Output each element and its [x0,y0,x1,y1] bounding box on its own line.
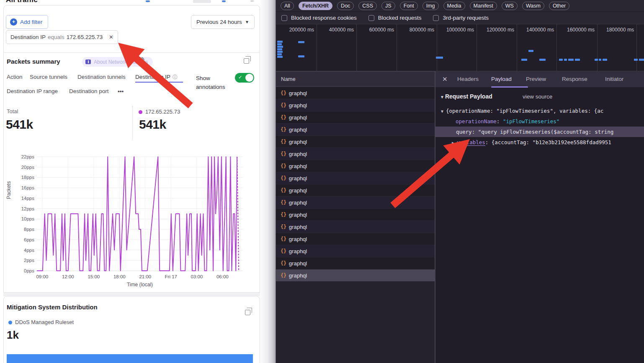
filter-pill-other[interactable]: Other [549,2,569,10]
y-tick-label: 4pps [24,248,34,253]
request-name: graphql [289,272,307,279]
filter-pill-img[interactable]: Img [422,2,439,10]
request-row[interactable]: {}graphql [276,99,435,111]
timeline-tick-label: 1600000 ms [555,27,595,33]
payload-line[interactable]: query: "query ipFlowTimeseries($accountT… [435,127,644,137]
checkbox-blocked-requests[interactable]: Blocked requests [368,15,422,21]
request-row[interactable]: {}graphql [276,245,435,257]
filter-pill-css[interactable]: CSS [358,2,377,10]
braces-icon: {} [281,114,286,120]
payload-line[interactable]: ▶ variables: {accountTag: "b12e3b2192ee5… [435,137,644,148]
detail-tab-preview[interactable]: Preview [526,76,546,82]
waterfall-mark [603,59,607,61]
window-gap [260,0,276,363]
disclosure-triangle-icon[interactable]: ▶ [452,140,457,145]
timeline-tick-label: 800000 ms [395,27,434,33]
request-row[interactable]: {}graphql [276,87,435,99]
request-name: graphql [289,175,307,182]
request-row[interactable]: {}graphql [276,221,435,233]
filter-pill-manifest[interactable]: Manifest [470,2,497,10]
filter-pill-all[interactable]: All [281,2,294,10]
disclosure-triangle-icon[interactable]: ▼ [441,109,446,114]
requests-table: Name {}graphql{}graphql{}graphql{}graphq… [276,71,435,363]
request-row[interactable]: {}graphql [276,136,435,148]
request-name: graphql [289,139,307,145]
annotations-toggle[interactable]: ✓ [235,73,254,83]
request-row[interactable]: {}graphql [276,160,435,172]
payload-line[interactable]: ▼ {operationName: "ipFlowTimeseries", va… [435,106,644,116]
clipped-fragment [193,0,211,3]
filter-pill-font[interactable]: Font [400,2,418,10]
detail-tab-response[interactable]: Response [562,76,587,82]
stat-total-value: 541k [6,117,33,132]
request-row[interactable]: {}graphql [276,111,435,124]
x-tick-label: 03:00 [191,274,203,279]
checkbox-blocked-response-cookies[interactable]: Blocked response cookies [281,15,357,21]
request-name: graphql [289,224,307,230]
request-row[interactable]: {}graphql [276,172,435,184]
series-legend-dot [139,110,142,114]
braces-icon: {} [281,127,286,132]
show-annotations-label: Show annotations [196,74,234,91]
mitigation-bar [7,354,253,363]
request-row[interactable]: {}graphql [276,209,435,221]
view-source-link[interactable]: view source [523,93,552,100]
y-tick-label: 6pps [24,237,34,242]
mitigation-value: 1k [7,329,19,342]
name-column-header[interactable]: Name [276,71,435,87]
request-row[interactable]: {}graphql [276,184,435,197]
request-payload-title[interactable]: ▼Request Payload [440,93,492,100]
filter-pill-doc[interactable]: Doc [337,2,354,10]
detail-tab-initiator[interactable]: Initiator [605,76,623,82]
close-icon[interactable]: ✕ [109,34,113,40]
request-row[interactable]: {}graphql [276,124,435,136]
request-row[interactable]: {}graphql [276,148,435,160]
waterfall-mark [436,57,443,59]
tab-destination-port[interactable]: Destination port [69,88,109,94]
y-tick-label: 2pps [24,258,34,263]
add-filter-button[interactable]: + Add filter [6,15,48,29]
filter-pill-ws[interactable]: WS [502,2,518,10]
time-range-dropdown[interactable]: Previous 24 hours ▼ [191,15,255,29]
request-row[interactable]: {}graphql [276,257,435,270]
braces-icon: {} [281,236,286,242]
tab-action[interactable]: Action [7,74,23,80]
y-tick-label: 22pps [21,154,35,159]
code-token: query [456,129,472,135]
checkbox-3rd-party-requests[interactable]: 3rd-party requests [433,15,489,21]
close-icon[interactable]: ✕ [442,75,448,83]
timeline-overview[interactable]: 200000 ms400000 ms600000 ms800000 ms1000… [276,24,644,71]
y-tick-label: 20pps [21,165,35,170]
request-row[interactable]: {}graphql [276,270,435,282]
filter-pill-js[interactable]: JS [381,2,395,10]
tab-destination-tunnels[interactable]: Destination tunnels [77,74,126,80]
filter-chip[interactable]: Destination IP equals 172.65.225.73 ✕ [6,30,118,44]
request-name: graphql [289,200,307,206]
tab-more[interactable]: ••• [118,88,124,94]
payload-line[interactable]: operationName: "ipFlowTimeseries" [435,116,644,127]
waterfall-mark [277,46,283,48]
filter-pill-media[interactable]: Media [443,2,465,10]
waterfall-mark [599,59,601,61]
copy-icon[interactable] [245,310,250,315]
checkbox-label: 3rd-party requests [443,15,489,21]
request-name: graphql [289,90,307,96]
request-name: graphql [289,248,307,254]
request-row[interactable]: {}graphql [276,197,435,209]
copy-icon[interactable] [244,58,249,64]
detail-tab-payload[interactable]: Payload [491,76,512,82]
braces-icon: {} [281,102,286,108]
waterfall-mark [277,43,282,45]
waterfall-mark [298,55,304,57]
filter-pill-wasm[interactable]: Wasm [522,2,544,10]
clipped-fragment [250,0,254,2]
tab-destination-ip-range[interactable]: Destination IP range [7,88,58,94]
request-name: graphql [289,163,307,169]
tab-source-tunnels[interactable]: Source tunnels [30,74,67,80]
detail-tab-headers[interactable]: Headers [457,76,479,82]
request-type-filter-bar: AllFetch/XHRDocCSSJSFontImgMediaManifest… [276,0,644,12]
request-row[interactable]: {}graphql [276,233,435,245]
y-tick-label: 18pps [21,175,35,180]
tab-destination-ip[interactable]: Destination IPⓘ [135,74,178,81]
filter-pill-fetch-xhr[interactable]: Fetch/XHR [299,2,332,10]
